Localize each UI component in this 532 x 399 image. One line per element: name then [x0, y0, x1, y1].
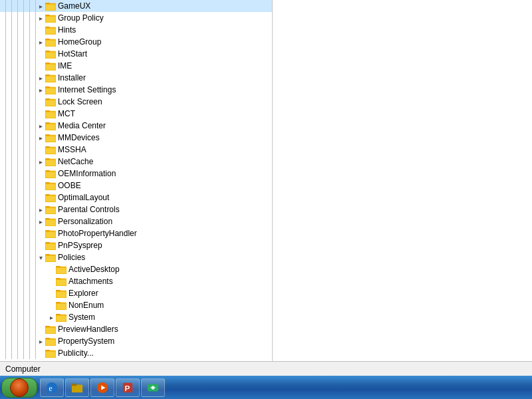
tree-item-attachments[interactable]: Attachments — [0, 275, 272, 287]
tree-label-system: System — [68, 311, 95, 323]
media-icon — [96, 381, 108, 394]
tree-item-mssha[interactable]: MSSHA — [0, 144, 272, 156]
taskbar-game-icon[interactable] — [141, 378, 165, 397]
tree-item-publicity[interactable]: Publicity... — [0, 347, 272, 359]
tree-label-media-center: Media Center — [58, 120, 106, 132]
tree-indent-3 — [18, 239, 24, 251]
tree-indent-2 — [12, 311, 18, 323]
tree-indent-4 — [24, 24, 30, 36]
tree-indent-5 — [30, 48, 36, 60]
tree-item-netcache[interactable]: ▸ NetCache — [0, 156, 272, 168]
tree-item-installer[interactable]: ▸ Installer — [0, 72, 272, 84]
tree-indent-2 — [12, 251, 18, 263]
tree-indent-5 — [30, 180, 36, 192]
tree-indent-1 — [6, 239, 12, 251]
tree-item-oobe[interactable]: OOBE — [0, 180, 272, 192]
tree-indent-1 — [6, 192, 12, 203]
tree-expander-internet-settings[interactable]: ▸ — [36, 84, 45, 96]
svg-rect-79 — [46, 232, 55, 237]
tree-indent-5 — [30, 263, 36, 275]
tree-expander-personalization[interactable]: ▸ — [36, 215, 45, 227]
tree-indent-0 — [0, 48, 6, 60]
tree-item-explorer[interactable]: Explorer — [0, 287, 272, 299]
tree-indent-4 — [24, 36, 30, 48]
tree-item-homegroup[interactable]: ▸ HomeGroup — [0, 36, 272, 48]
folder-icon-mct — [45, 109, 56, 118]
folder-icon-attachments — [56, 277, 66, 286]
tree-item-internet-settings[interactable]: ▸ Internet Settings — [0, 84, 272, 96]
tree-item-pnpsysprep[interactable]: PnPSysprep — [0, 239, 272, 251]
tree-scroll[interactable]: ▸ GameUX▸ Group Policy Hints▸ HomeGroup … — [0, 0, 272, 361]
tree-item-mmdevices[interactable]: ▸ MMDevices — [0, 132, 272, 144]
tree-indent-2 — [12, 168, 18, 180]
tree-item-propertysystem[interactable]: ▸ PropertySystem — [0, 335, 272, 347]
tree-expander-mmdevices[interactable]: ▸ — [36, 132, 45, 144]
tree-item-media-center[interactable]: ▸ Media Center — [0, 120, 272, 132]
tree-item-ime[interactable]: IME — [0, 60, 272, 72]
tree-expander-netcache[interactable]: ▸ — [36, 156, 45, 168]
tree-indent-extra — [36, 287, 47, 299]
game-icon — [147, 381, 159, 394]
tree-item-mct[interactable]: MCT — [0, 108, 272, 120]
tree-indent-3 — [18, 347, 24, 359]
tree-indent-5 — [30, 227, 36, 239]
tree-item-photopropertyhandler[interactable]: PhotoPropertyHandler — [0, 227, 272, 239]
tree-expander-group-policy[interactable]: ▸ — [36, 12, 45, 24]
folder-icon-oobe — [45, 181, 56, 190]
tree-item-nonenum[interactable]: NonEnum — [0, 299, 272, 311]
tree-item-policies[interactable]: ▾ Policies — [0, 251, 272, 263]
taskbar-ie-icon[interactable]: e — [40, 378, 64, 397]
tree-expander-system[interactable]: ▸ — [47, 311, 56, 323]
tree-indent-5 — [30, 72, 36, 84]
tree-item-activedesktop[interactable]: ActiveDesktop — [0, 263, 272, 275]
tree-item-hotstart[interactable]: HotStart — [0, 48, 272, 60]
taskbar-explorer-icon[interactable] — [65, 378, 89, 397]
tree-item-hints[interactable]: Hints — [0, 24, 272, 36]
tree-expander-none — [36, 24, 45, 36]
tree-indent-5 — [30, 12, 36, 24]
tree-item-lock-screen[interactable]: Lock Screen — [0, 96, 272, 108]
start-button[interactable] — [1, 378, 37, 398]
tree-indent-0 — [0, 192, 6, 203]
tree-label-oobe: OOBE — [58, 180, 81, 192]
tree-item-previewhandlers[interactable]: PreviewHandlers — [0, 323, 272, 335]
tree-item-group-policy[interactable]: ▸ Group Policy — [0, 12, 272, 24]
tree-indent-4 — [24, 12, 30, 24]
tree-expander-homegroup[interactable]: ▸ — [36, 36, 45, 48]
tree-expander-none — [36, 323, 45, 335]
tree-indent-4 — [24, 239, 30, 251]
tree-expander-policies[interactable]: ▾ — [36, 251, 45, 263]
svg-rect-11 — [46, 29, 55, 34]
tree-indent-1 — [6, 84, 12, 96]
tree-expander-propertysystem[interactable]: ▸ — [36, 335, 45, 347]
tree-item-parental-controls[interactable]: ▸ Parental Controls — [0, 203, 272, 215]
tree-item-oeminformation[interactable]: OEMInformation — [0, 168, 272, 180]
taskbar-powerpoint-icon[interactable]: P — [116, 378, 140, 397]
tree-indent-4 — [24, 48, 30, 60]
taskbar-media-icon[interactable] — [90, 378, 114, 397]
svg-rect-23 — [46, 65, 55, 70]
tree-indent-0 — [0, 0, 6, 12]
tree-expander-none — [47, 275, 56, 287]
tree-expander-none — [36, 347, 45, 359]
tree-label-attachments: Attachments — [68, 275, 113, 287]
tree-expander-parental-controls[interactable]: ▸ — [36, 203, 45, 215]
tree-item-personalization[interactable]: ▸ Personalization — [0, 215, 272, 227]
powerpoint-icon: P — [122, 381, 134, 394]
tree-label-pnpsysprep: PnPSysprep — [58, 239, 102, 251]
tree-indent-2 — [12, 287, 18, 299]
tree-indent-5 — [30, 192, 36, 203]
tree-expander-gameux[interactable]: ▸ — [36, 0, 45, 12]
tree-expander-media-center[interactable]: ▸ — [36, 120, 45, 132]
tree-indent-1 — [6, 347, 12, 359]
tree-item-system[interactable]: ▸ System — [0, 311, 272, 323]
tree-indent-1 — [6, 36, 12, 48]
tree-indent-3 — [18, 263, 24, 275]
tree-item-gameux[interactable]: ▸ GameUX — [0, 0, 272, 12]
tree-item-optimallayout[interactable]: OptimalLayout — [0, 192, 272, 203]
tree-expander-installer[interactable]: ▸ — [36, 72, 45, 84]
tree-indent-2 — [12, 12, 18, 24]
tree-label-ime: IME — [58, 60, 72, 72]
folder-icon-previewhandlers — [45, 325, 56, 334]
folder-icon-hotstart — [45, 49, 56, 59]
